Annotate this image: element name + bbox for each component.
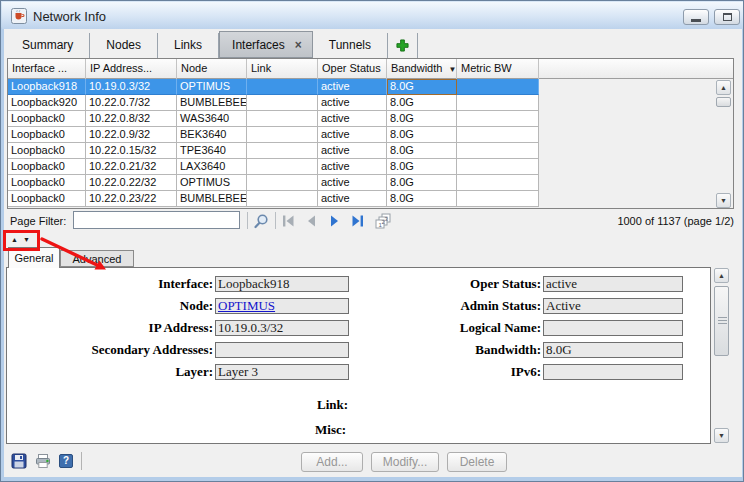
tab-summary[interactable]: Summary bbox=[6, 33, 90, 58]
table-cell[interactable] bbox=[247, 191, 318, 207]
scroll-down-icon[interactable]: ▼ bbox=[716, 193, 731, 208]
table-cell[interactable]: active bbox=[318, 111, 387, 127]
panel-scrollbar[interactable]: ▲ ▼ bbox=[713, 267, 730, 444]
scrollbar-thumb[interactable] bbox=[716, 97, 731, 107]
field-value[interactable]: 8.0G bbox=[543, 342, 683, 358]
table-cell[interactable]: active bbox=[318, 191, 387, 207]
table-cell[interactable]: 8.0G bbox=[387, 143, 457, 159]
column-header-node[interactable]: Node bbox=[177, 59, 247, 79]
table-cell[interactable] bbox=[457, 175, 539, 191]
table-cell[interactable]: 8.0G bbox=[387, 95, 457, 111]
table-cell[interactable]: Loopback0 bbox=[8, 111, 86, 127]
field-value[interactable]: 10.19.0.3/32 bbox=[215, 320, 349, 336]
table-cell[interactable]: active bbox=[318, 79, 387, 95]
add-button[interactable]: Add... bbox=[301, 452, 363, 472]
table-row[interactable]: Loopback010.22.0.15/32TPE3640active8.0G bbox=[8, 143, 539, 159]
table-cell[interactable]: OPTIMUS bbox=[177, 175, 247, 191]
prev-page-icon[interactable] bbox=[305, 214, 317, 228]
delete-button[interactable]: Delete bbox=[447, 452, 507, 472]
goto-page-icon[interactable]: 123 bbox=[374, 212, 392, 230]
help-icon[interactable]: ? bbox=[59, 454, 73, 468]
table-cell[interactable]: 10.22.0.8/32 bbox=[86, 111, 177, 127]
field-value[interactable] bbox=[543, 364, 683, 380]
table-cell[interactable]: TPE3640 bbox=[177, 143, 247, 159]
table-cell[interactable] bbox=[457, 79, 539, 95]
next-page-icon[interactable] bbox=[329, 214, 341, 228]
table-row[interactable]: Loopback010.22.0.8/32WAS3640active8.0G bbox=[8, 111, 539, 127]
table-cell[interactable]: 10.22.0.21/32 bbox=[86, 159, 177, 175]
table-cell[interactable]: 8.0G bbox=[387, 175, 457, 191]
table-cell[interactable] bbox=[457, 191, 539, 207]
maximize-button[interactable] bbox=[714, 9, 740, 25]
table-cell[interactable]: 10.22.0.7/32 bbox=[86, 95, 177, 111]
table-cell[interactable]: 10.19.0.3/32 bbox=[86, 79, 177, 95]
column-header-ip-address[interactable]: IP Address... bbox=[86, 59, 177, 79]
table-cell[interactable]: active bbox=[318, 127, 387, 143]
field-value[interactable]: active bbox=[543, 276, 683, 292]
table-cell[interactable]: OPTIMUS bbox=[177, 79, 247, 95]
table-row[interactable]: Loopback91810.19.0.3/32OPTIMUSactive8.0G bbox=[8, 79, 539, 95]
add-tab-button[interactable] bbox=[388, 33, 418, 58]
tab-links[interactable]: Links bbox=[158, 33, 219, 58]
tab-interfaces[interactable]: Interfaces× bbox=[219, 31, 313, 58]
table-cell[interactable]: 10.22.0.22/32 bbox=[86, 175, 177, 191]
table-cell[interactable] bbox=[457, 111, 539, 127]
table-row[interactable]: Loopback92010.22.0.7/32BUMBLEBEEactive8.… bbox=[8, 95, 539, 111]
table-cell[interactable] bbox=[247, 95, 318, 111]
table-cell[interactable] bbox=[457, 127, 539, 143]
scroll-down-icon[interactable]: ▼ bbox=[714, 428, 729, 443]
scroll-up-icon[interactable]: ▲ bbox=[716, 80, 731, 95]
search-icon[interactable] bbox=[253, 213, 270, 230]
table-cell[interactable]: BUMBLEBEE bbox=[177, 95, 247, 111]
table-cell[interactable] bbox=[247, 143, 318, 159]
table-cell[interactable]: 10.22.0.23/22 bbox=[86, 191, 177, 207]
scrollbar-thumb[interactable] bbox=[714, 286, 729, 356]
field-value[interactable]: Layer 3 bbox=[215, 364, 349, 380]
table-cell[interactable]: LAX3640 bbox=[177, 159, 247, 175]
table-cell[interactable]: BUMBLEBEE bbox=[177, 191, 247, 207]
first-page-icon[interactable] bbox=[282, 214, 295, 228]
close-tab-icon[interactable]: × bbox=[295, 38, 302, 52]
table-cell[interactable]: Loopback0 bbox=[8, 143, 86, 159]
table-scrollbar[interactable]: ▲ ▼ bbox=[715, 80, 732, 208]
table-cell[interactable]: BEK3640 bbox=[177, 127, 247, 143]
table-cell[interactable]: 10.22.0.9/32 bbox=[86, 127, 177, 143]
table-cell[interactable]: 8.0G bbox=[387, 191, 457, 207]
table-cell[interactable]: 8.0G bbox=[387, 111, 457, 127]
scroll-up-icon[interactable]: ▲ bbox=[714, 268, 729, 283]
title-bar[interactable]: Network Info bbox=[2, 2, 744, 29]
table-cell[interactable] bbox=[457, 159, 539, 175]
column-header-bandwidth[interactable]: Bandwidth▼ bbox=[387, 59, 457, 79]
column-header-interface[interactable]: Interface ... bbox=[8, 59, 86, 79]
table-cell[interactable] bbox=[247, 127, 318, 143]
field-value[interactable]: Active bbox=[543, 298, 683, 314]
field-value[interactable] bbox=[543, 320, 683, 336]
field-value[interactable]: Loopback918 bbox=[215, 276, 349, 292]
save-icon[interactable] bbox=[11, 453, 27, 469]
page-filter-input[interactable] bbox=[73, 211, 240, 229]
tab-nodes[interactable]: Nodes bbox=[90, 33, 158, 58]
column-header-link[interactable]: Link bbox=[247, 59, 318, 79]
table-row[interactable]: Loopback010.22.0.21/32LAX3640active8.0G bbox=[8, 159, 539, 175]
table-row[interactable]: Loopback010.22.0.22/32OPTIMUSactive8.0G bbox=[8, 175, 539, 191]
table-row[interactable]: Loopback010.22.0.9/32BEK3640active8.0G bbox=[8, 127, 539, 143]
table-cell[interactable]: 10.22.0.15/32 bbox=[86, 143, 177, 159]
column-header-oper-status[interactable]: Oper Status bbox=[318, 59, 387, 79]
tab-tunnels[interactable]: Tunnels bbox=[313, 33, 388, 58]
table-cell[interactable] bbox=[247, 175, 318, 191]
table-cell[interactable]: WAS3640 bbox=[177, 111, 247, 127]
table-cell[interactable]: active bbox=[318, 159, 387, 175]
table-cell[interactable] bbox=[247, 79, 318, 95]
table-row[interactable]: Loopback010.22.0.23/22BUMBLEBEEactive8.0… bbox=[8, 191, 539, 207]
table-cell[interactable]: Loopback0 bbox=[8, 175, 86, 191]
table-cell[interactable]: 8.0G bbox=[387, 127, 457, 143]
print-icon[interactable] bbox=[35, 453, 51, 469]
table-cell[interactable] bbox=[247, 111, 318, 127]
field-value[interactable]: OPTIMUS bbox=[215, 298, 349, 314]
table-cell[interactable]: Loopback920 bbox=[8, 95, 86, 111]
table-cell[interactable]: active bbox=[318, 175, 387, 191]
table-cell[interactable]: 8.0G bbox=[387, 159, 457, 175]
field-value[interactable] bbox=[215, 342, 349, 358]
column-header-metric-bw[interactable]: Metric BW bbox=[457, 59, 539, 79]
modify-button[interactable]: Modify... bbox=[371, 452, 439, 472]
